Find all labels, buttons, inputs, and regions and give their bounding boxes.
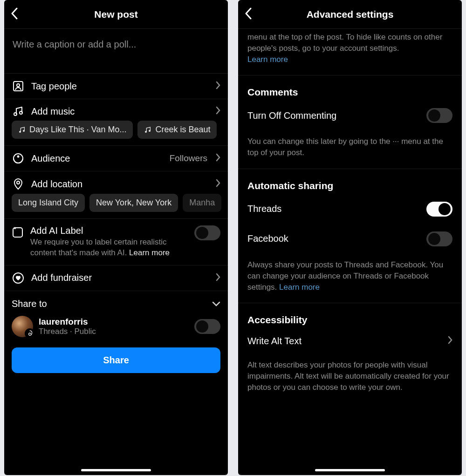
share-to-header[interactable]: Share to (4, 291, 228, 312)
chevron-right-icon (216, 81, 220, 91)
comments-section-title: Comments (238, 78, 462, 101)
threads-toggle[interactable] (426, 202, 452, 217)
chevron-right-icon (216, 106, 220, 116)
music-chip-label: Creek is Beaut (155, 125, 210, 135)
facebook-toggle[interactable] (426, 231, 452, 246)
svg-point-4 (19, 131, 21, 133)
add-fundraiser-row[interactable]: Add fundraiser (4, 265, 228, 291)
automatic-sharing-title: Automatic sharing (238, 172, 462, 194)
location-chip[interactable]: Manha (183, 194, 221, 212)
chevron-down-icon (212, 299, 220, 309)
like-count-desc: menu at the top of the post. To hide lik… (238, 29, 462, 72)
share-account-row: laurenforris Threads · Public (4, 312, 228, 345)
music-chip[interactable]: Creek is Beaut (137, 121, 217, 139)
turn-off-commenting-row: Turn Off Commenting (238, 101, 462, 130)
audience-icon (12, 152, 25, 164)
music-suggestions: Days Like This · Van Mo... Creek is Beau… (4, 121, 228, 146)
accessibility-title: Accessibility (238, 306, 462, 328)
svg-point-3 (20, 111, 22, 114)
comments-desc: You can change this later by going to th… (238, 130, 462, 166)
advanced-settings-screen: Advanced settings menu at the top of the… (238, 0, 462, 475)
share-facebook-row: Facebook (238, 224, 462, 254)
audience-label: Audience (31, 153, 163, 164)
svg-point-5 (23, 130, 25, 132)
header-title: New post (94, 9, 137, 20)
music-note-icon (18, 126, 26, 134)
threads-badge-icon (25, 328, 35, 339)
svg-rect-11 (13, 228, 22, 237)
ai-label-title: Add AI Label (30, 225, 188, 236)
facebook-label: Facebook (247, 233, 288, 244)
chevron-left-icon (245, 7, 252, 20)
account-name: laurenforris (39, 317, 189, 327)
ai-label-desc: We require you to label certain realisti… (30, 237, 188, 258)
turn-off-commenting-toggle[interactable] (426, 108, 452, 123)
share-to-label: Share to (12, 299, 47, 309)
svg-point-2 (14, 113, 17, 116)
learn-more-link[interactable]: Learn more (279, 283, 320, 292)
fundraiser-icon (12, 272, 25, 284)
avatar (12, 316, 33, 337)
header: New post (4, 0, 228, 29)
add-fundraiser-label: Add fundraiser (31, 272, 209, 283)
ai-label-icon (12, 226, 24, 240)
svg-point-6 (145, 131, 147, 133)
sharing-desc: Always share your posts to Threads and F… (238, 254, 462, 300)
threads-label: Threads (247, 204, 281, 214)
caption-input[interactable]: Write a caption or add a poll... (4, 29, 228, 74)
music-chip[interactable]: Days Like This · Van Mo... (12, 121, 133, 139)
add-music-row[interactable]: Add music (4, 99, 228, 121)
account-sub: Threads · Public (39, 327, 189, 336)
learn-more-link[interactable]: Learn more (129, 248, 170, 257)
share-threads-toggle[interactable] (194, 319, 220, 334)
tag-people-row[interactable]: Tag people (4, 74, 228, 99)
svg-point-9 (17, 156, 20, 158)
location-icon (12, 178, 25, 190)
audience-value: Followers (170, 153, 207, 163)
location-chip[interactable]: Long Island City (12, 194, 85, 212)
chevron-right-icon (216, 153, 220, 163)
home-indicator (315, 469, 385, 471)
header-title: Advanced settings (307, 9, 394, 20)
add-location-label: Add location (31, 179, 209, 190)
turn-off-commenting-label: Turn Off Commenting (247, 110, 336, 121)
tag-people-icon (12, 80, 25, 92)
chevron-right-icon (216, 273, 220, 283)
audience-row[interactable]: Audience Followers (4, 146, 228, 171)
music-note-icon (144, 126, 151, 134)
add-music-label: Add music (31, 106, 209, 117)
new-post-screen: New post Write a caption or add a poll..… (4, 0, 228, 475)
svg-point-10 (17, 181, 20, 184)
learn-more-link[interactable]: Learn more (247, 55, 288, 64)
ai-label-row: Add AI Label We require you to label cer… (4, 219, 228, 265)
share-button[interactable]: Share (12, 347, 220, 373)
location-chip[interactable]: New York, New York (89, 194, 178, 212)
write-alt-text-label: Write Alt Text (247, 336, 302, 347)
chevron-right-icon (216, 179, 220, 189)
share-threads-row: Threads (238, 194, 462, 224)
home-indicator (81, 469, 151, 471)
music-chip-label: Days Like This · Van Mo... (29, 125, 126, 135)
ai-label-toggle[interactable] (194, 225, 220, 240)
alt-text-desc: Alt text describes your photos for peopl… (238, 354, 462, 400)
back-button[interactable] (11, 7, 18, 21)
chevron-right-icon (448, 336, 452, 347)
header: Advanced settings (238, 0, 462, 29)
music-icon (12, 106, 25, 117)
add-location-row[interactable]: Add location (4, 171, 228, 194)
location-suggestions: Long Island City New York, New York Manh… (4, 194, 228, 219)
tag-people-label: Tag people (31, 81, 209, 92)
svg-point-7 (149, 130, 151, 132)
chevron-left-icon (11, 7, 18, 20)
back-button[interactable] (245, 7, 252, 21)
write-alt-text-row[interactable]: Write Alt Text (238, 328, 462, 354)
svg-point-1 (17, 84, 20, 87)
